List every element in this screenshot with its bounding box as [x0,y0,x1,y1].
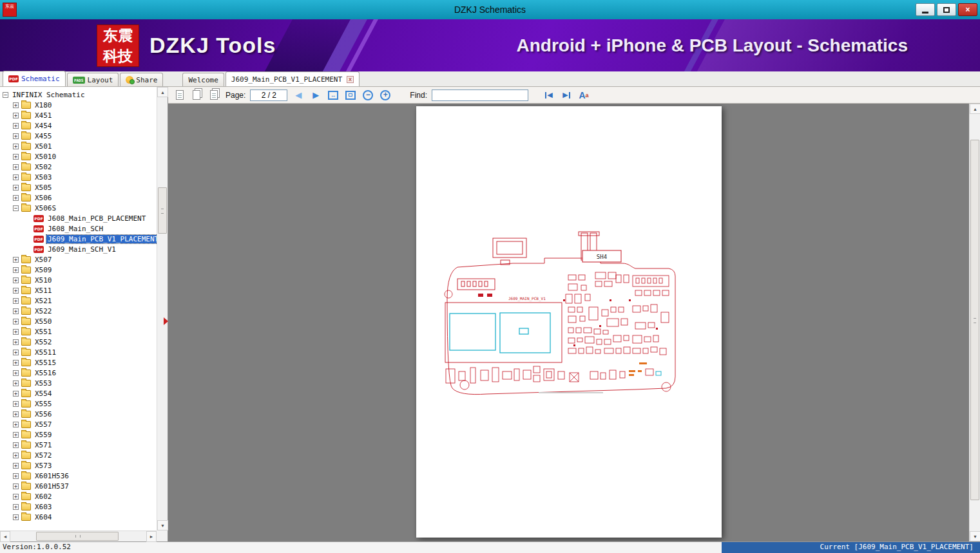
expand-toggle-icon[interactable]: + [13,463,19,469]
tree-item-X555[interactable]: +X555 [0,398,157,409]
tree-item-X454[interactable]: +X454 [0,120,157,131]
tab-schematic[interactable]: PDF Schematic [3,71,66,86]
tree-item-X571[interactable]: +X571 [0,440,157,450]
expand-toggle-icon[interactable]: + [13,411,19,417]
tree-item-X511[interactable]: +X511 [0,285,157,295]
expand-toggle-icon[interactable]: + [13,308,19,314]
close-button[interactable]: × [958,3,977,16]
expand-toggle-icon[interactable]: + [13,370,19,376]
expand-toggle-icon[interactable]: + [13,514,19,520]
expand-toggle-icon[interactable]: + [13,319,19,324]
tree-item-X551[interactable]: +X551 [0,326,157,337]
expand-toggle-icon[interactable]: + [13,432,19,438]
fit-page-button[interactable] [344,89,357,102]
tree-item-X506S[interactable]: −X506S [0,203,157,213]
next-page-button[interactable]: ▶ [309,89,322,102]
tree-item-X552[interactable]: +X552 [0,337,157,347]
tree-item-J609_Main_SCH_V1[interactable]: PDFJ609_Main_SCH_V1 [0,244,157,254]
expand-toggle-icon[interactable]: + [13,277,19,283]
tab-share[interactable]: Share [120,73,163,86]
expand-toggle-icon[interactable]: + [13,123,19,129]
pdf-page[interactable]: SH4 J609_MAIN_PCB_V1 [416,106,722,538]
tree-item-X553[interactable]: +X553 [0,378,157,388]
expand-toggle-icon[interactable]: + [13,267,19,273]
expand-toggle-icon[interactable]: + [13,144,19,149]
tree-horizontal-scrollbar[interactable]: ◄ ► [0,530,157,541]
expand-toggle-icon[interactable]: + [13,298,19,304]
single-page-view-button[interactable] [173,89,186,102]
page-number-input[interactable] [250,89,287,101]
tree-item-X5515[interactable]: +X5515 [0,357,157,368]
scroll-down-button[interactable]: ▼ [970,531,980,541]
expand-toggle-icon[interactable]: + [13,329,19,335]
expand-toggle-icon[interactable]: + [13,133,19,139]
expand-toggle-icon[interactable]: + [13,422,19,427]
expand-toggle-icon[interactable]: + [13,360,19,366]
tree-item-X180[interactable]: +X180 [0,100,157,110]
scroll-up-button[interactable]: ▲ [970,104,980,114]
tree-item-X557[interactable]: +X557 [0,419,157,429]
continuous-view-button[interactable] [208,89,221,102]
scroll-left-button[interactable]: ◄ [0,531,10,542]
tree-item-X5511[interactable]: +X5511 [0,347,157,357]
find-previous-button[interactable]: ◀ [543,89,555,102]
scroll-thumb[interactable] [36,532,119,541]
zoom-in-button[interactable]: + [379,89,392,102]
tree-item-X554[interactable]: +X554 [0,388,157,398]
tree-vertical-scrollbar[interactable]: ▲ ▼ [157,87,168,530]
tree-item-X451[interactable]: +X451 [0,110,157,120]
expand-toggle-icon[interactable]: + [13,380,19,386]
fit-width-button[interactable]: ↔ [327,89,340,102]
tree-item-X602[interactable]: +X602 [0,491,157,501]
tab-layout[interactable]: PADS Layout [67,73,119,86]
tree-item-X572[interactable]: +X572 [0,450,157,460]
tab-close-icon[interactable]: x [347,76,354,83]
tree-item-X505[interactable]: +X505 [0,182,157,192]
tree-item-X509[interactable]: +X509 [0,265,157,275]
tree-item-X601H536[interactable]: +X601H536 [0,471,157,481]
expand-toggle-icon[interactable]: + [13,257,19,263]
tree-item-X501[interactable]: +X501 [0,141,157,151]
doc-tab-welcome[interactable]: Welcome [182,73,224,86]
tree-item-X5516[interactable]: +X5516 [0,368,157,378]
expand-toggle-icon[interactable]: + [13,473,19,479]
expand-toggle-icon[interactable]: + [13,154,19,160]
splitter-handle[interactable] [164,317,168,325]
scroll-up-button[interactable]: ▲ [157,87,168,97]
expand-toggle-icon[interactable]: + [13,195,19,201]
expand-toggle-icon[interactable]: + [13,504,19,510]
tree-item-X455[interactable]: +X455 [0,131,157,141]
minimize-button[interactable] [916,3,935,16]
tree-item-X604[interactable]: +X604 [0,512,157,522]
scroll-right-button[interactable]: ► [146,531,157,542]
tree-item-X503[interactable]: +X503 [0,172,157,182]
collapse-toggle-icon[interactable]: − [13,205,19,211]
doc-tab-placement[interactable]: J609_Main_PCB_V1_PLACEMENT x [226,71,360,86]
collapse-toggle-icon[interactable]: − [3,92,8,98]
zoom-out-button[interactable]: − [361,89,374,102]
expand-toggle-icon[interactable]: + [13,288,19,294]
previous-page-button[interactable]: ◀ [292,89,305,102]
font-size-button[interactable]: Aa [577,89,590,102]
scroll-track[interactable] [970,114,980,531]
viewer-vertical-scrollbar[interactable]: ▲ ▼ [969,104,980,541]
tree-item-X573[interactable]: +X573 [0,460,157,471]
tree-item-J609_Main_PCB_V1_PLACEMENT[interactable]: PDFJ609_Main_PCB_V1_PLACEMENT [0,234,157,244]
pdf-canvas[interactable]: SH4 J609_MAIN_PCB_V1 [168,104,969,541]
tree-item-X603[interactable]: +X603 [0,501,157,512]
tree-item-X559[interactable]: +X559 [0,429,157,440]
scroll-track[interactable] [157,97,168,520]
expand-toggle-icon[interactable]: + [13,494,19,500]
scroll-thumb[interactable] [970,140,979,500]
two-page-view-button[interactable] [191,89,204,102]
expand-toggle-icon[interactable]: + [13,391,19,397]
tree-item-X556[interactable]: +X556 [0,409,157,419]
expand-toggle-icon[interactable]: + [13,339,19,345]
expand-toggle-icon[interactable]: + [13,442,19,448]
tree-item-X506[interactable]: +X506 [0,192,157,203]
tree-item-X601H537[interactable]: +X601H537 [0,481,157,491]
tree-item-INFINIX-Schematic[interactable]: −INFINIX Schematic [0,89,157,100]
expand-toggle-icon[interactable]: + [13,453,19,458]
tree-item-X5010[interactable]: +X5010 [0,151,157,162]
tree-item-X507[interactable]: +X507 [0,254,157,265]
